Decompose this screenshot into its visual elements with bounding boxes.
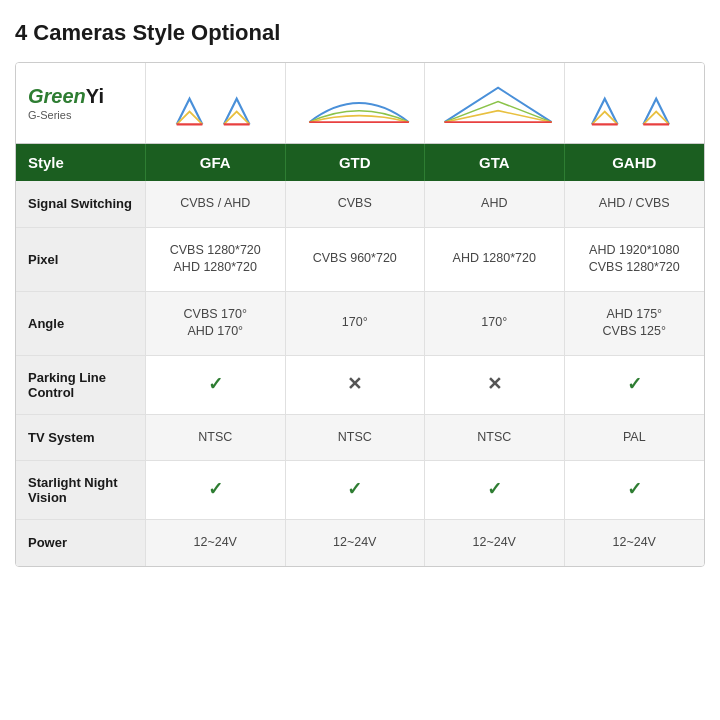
- row-value-5-2: ✓: [425, 461, 565, 519]
- cross-icon: ✕: [347, 372, 362, 397]
- row-value-2-0: CVBS 170°AHD 170°: [146, 292, 286, 355]
- row-value-6-0: 12~24V: [146, 520, 286, 566]
- row-value-4-0: NTSC: [146, 415, 286, 461]
- table-row: Signal SwitchingCVBS / AHDCVBSAHDAHD / C…: [16, 181, 704, 228]
- row-value-2-3: AHD 175°CVBS 125°: [565, 292, 705, 355]
- table-row: Parking Line Control✓✕✕✓: [16, 356, 704, 415]
- row-value-5-3: ✓: [565, 461, 705, 519]
- row-label-5: Starlight Night Vision: [16, 461, 146, 519]
- row-value-1-0: CVBS 1280*720AHD 1280*720: [146, 228, 286, 291]
- row-value-5-1: ✓: [286, 461, 426, 519]
- table-row: Power12~24V12~24V12~24V12~24V: [16, 520, 704, 566]
- row-label-2: Angle: [16, 292, 146, 355]
- table-body: Signal SwitchingCVBS / AHDCVBSAHDAHD / C…: [16, 181, 704, 566]
- row-value-1-2: AHD 1280*720: [425, 228, 565, 291]
- row-value-1-1: CVBS 960*720: [286, 228, 426, 291]
- check-icon: ✓: [627, 477, 642, 502]
- check-icon: ✓: [208, 372, 223, 397]
- row-label-6: Power: [16, 520, 146, 566]
- row-value-1-3: AHD 1920*1080CVBS 1280*720: [565, 228, 705, 291]
- check-icon: ✓: [347, 477, 362, 502]
- row-label-4: TV System: [16, 415, 146, 461]
- header-gtd: GTD: [286, 144, 426, 181]
- row-value-0-3: AHD / CVBS: [565, 181, 705, 227]
- row-value-3-0: ✓: [146, 356, 286, 414]
- header-gta: GTA: [425, 144, 565, 181]
- camera-image-gahd: [565, 63, 705, 143]
- row-value-3-1: ✕: [286, 356, 426, 414]
- check-icon: ✓: [208, 477, 223, 502]
- header-style: Style: [16, 144, 146, 181]
- row-value-2-2: 170°: [425, 292, 565, 355]
- row-value-4-3: PAL: [565, 415, 705, 461]
- row-label-1: Pixel: [16, 228, 146, 291]
- camera-image-gta: [425, 63, 565, 143]
- logo-series: G-Series: [28, 109, 71, 121]
- check-icon: ✓: [487, 477, 502, 502]
- row-value-5-0: ✓: [146, 461, 286, 519]
- table-row: TV SystemNTSCNTSCNTSCPAL: [16, 415, 704, 462]
- row-value-0-1: CVBS: [286, 181, 426, 227]
- row-label-0: Signal Switching: [16, 181, 146, 227]
- image-row: GreenYi G-Series: [16, 63, 704, 144]
- table-row: Starlight Night Vision✓✓✓✓: [16, 461, 704, 520]
- row-value-0-2: AHD: [425, 181, 565, 227]
- row-value-6-2: 12~24V: [425, 520, 565, 566]
- table-row: AngleCVBS 170°AHD 170°170°170°AHD 175°CV…: [16, 292, 704, 356]
- row-value-6-3: 12~24V: [565, 520, 705, 566]
- check-icon: ✓: [627, 372, 642, 397]
- header-gfa: GFA: [146, 144, 286, 181]
- page-title: 4 Cameras Style Optional: [15, 20, 705, 46]
- row-value-0-0: CVBS / AHD: [146, 181, 286, 227]
- logo-brand: GreenYi: [28, 85, 104, 107]
- cross-icon: ✕: [487, 372, 502, 397]
- row-value-4-2: NTSC: [425, 415, 565, 461]
- comparison-table: GreenYi G-Series: [15, 62, 705, 567]
- row-value-2-1: 170°: [286, 292, 426, 355]
- header-gahd: GAHD: [565, 144, 705, 181]
- table-row: PixelCVBS 1280*720AHD 1280*720CVBS 960*7…: [16, 228, 704, 292]
- row-value-6-1: 12~24V: [286, 520, 426, 566]
- row-value-3-2: ✕: [425, 356, 565, 414]
- camera-image-gtd: [286, 63, 426, 143]
- row-label-3: Parking Line Control: [16, 356, 146, 414]
- row-value-3-3: ✓: [565, 356, 705, 414]
- row-value-4-1: NTSC: [286, 415, 426, 461]
- table-header: Style GFA GTD GTA GAHD: [16, 144, 704, 181]
- brand-logo: GreenYi G-Series: [16, 63, 146, 143]
- camera-image-gfa: [146, 63, 286, 143]
